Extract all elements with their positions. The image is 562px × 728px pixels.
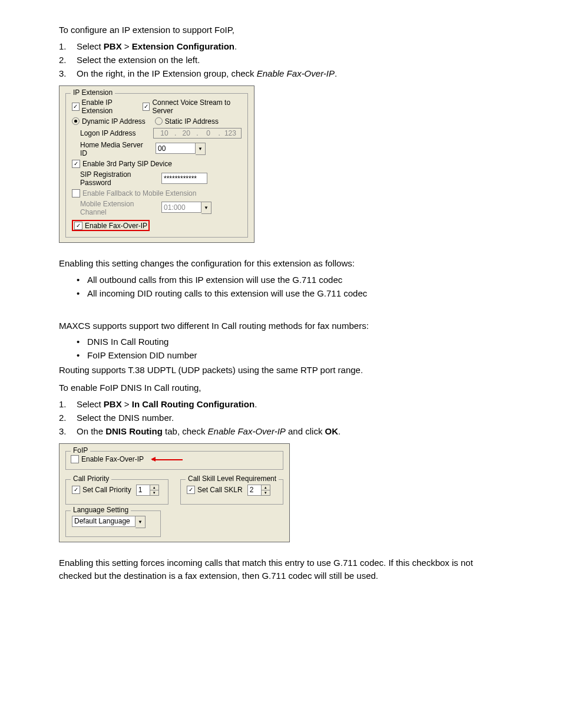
logon-ip-input[interactable]: 10. 20. 0. 123 [153, 128, 242, 139]
enable-fax-over-ip-checkbox[interactable]: Enable Fax-Over-IP [74, 222, 147, 230]
enable-fallback-checkbox[interactable]: Enable Fallback to Mobile Extension [72, 189, 196, 197]
ip-extension-legend: IP Extension [71, 88, 115, 97]
set-call-priority-checkbox[interactable]: Set Call Priority [72, 486, 131, 494]
sip-password-input[interactable]: ************ [161, 173, 207, 184]
enable-ip-extension-checkbox[interactable]: Enable IP Extension [72, 98, 138, 115]
paragraph-after1: Enabling this setting changes the config… [59, 257, 503, 270]
paragraph-routing-intro: MAXCS supports support two different In … [59, 319, 503, 332]
chevron-down-icon[interactable]: ▼ [201, 202, 211, 214]
connect-voice-stream-checkbox[interactable]: Connect Voice Stream to Server [143, 98, 242, 115]
paragraph-to-enable: To enable FoIP DNIS In Call routing, [59, 381, 503, 394]
paragraph-closing: Enabling this setting forces incoming ca… [59, 556, 503, 582]
sklr-legend: Call Skill Level Requirement [186, 475, 279, 483]
bullets-1: •All outbound calls from this IP extensi… [59, 275, 503, 298]
paragraph-intro: To configure an IP extension to support … [59, 24, 503, 37]
steps-list-1: 1. Select PBX > Extension Configuration.… [59, 41, 503, 78]
mobile-extension-combo[interactable]: 01:000 ▼ [161, 202, 211, 214]
foip-enable-checkbox[interactable]: Enable Fax-Over-IP [71, 455, 144, 463]
sklr-spinner[interactable]: 2 ▲▼ [247, 485, 270, 496]
language-setting-legend: Language Setting [71, 506, 131, 514]
ip-extension-screenshot: IP Extension Enable IP Extension Connect… [59, 85, 254, 243]
language-combo[interactable]: Default Language ▼ [72, 516, 146, 528]
home-media-server-combo[interactable]: 00 ▼ [156, 143, 206, 155]
enable-fax-highlight: Enable Fax-Over-IP [72, 220, 150, 231]
mobile-extension-label: Mobile Extension Channel [80, 200, 157, 216]
chevron-down-icon[interactable]: ▼ [135, 516, 146, 528]
sip-password-label: SIP Registration Password [80, 170, 157, 187]
static-ip-radio[interactable]: Static IP Address [155, 117, 219, 126]
paragraph-routing-note: Routing supports T.38 UDPTL (UDP packets… [59, 364, 503, 377]
routing-bullets: •DNIS In Call Routing •FoIP Extension DI… [59, 337, 503, 360]
foip-legend: FoIP [71, 446, 90, 454]
set-sklr-checkbox[interactable]: Set Call SKLR [187, 486, 243, 494]
steps-list-2: 1. Select PBX > In Call Routing Configur… [59, 399, 503, 436]
dynamic-ip-radio[interactable]: Dynamic IP Address [72, 117, 146, 126]
logon-ip-label: Logon IP Address [80, 129, 148, 137]
chevron-down-icon[interactable]: ▼ [196, 143, 206, 155]
enable-3rd-party-sip-checkbox[interactable]: Enable 3rd Party SIP Device [72, 160, 172, 168]
call-priority-legend: Call Priority [71, 475, 111, 483]
foip-screenshot: FoIP Enable Fax-Over-IP Call Priority Se… [59, 443, 290, 542]
home-media-server-label: Home Media Server ID [80, 141, 151, 157]
call-priority-spinner[interactable]: 1 ▲▼ [136, 485, 159, 496]
